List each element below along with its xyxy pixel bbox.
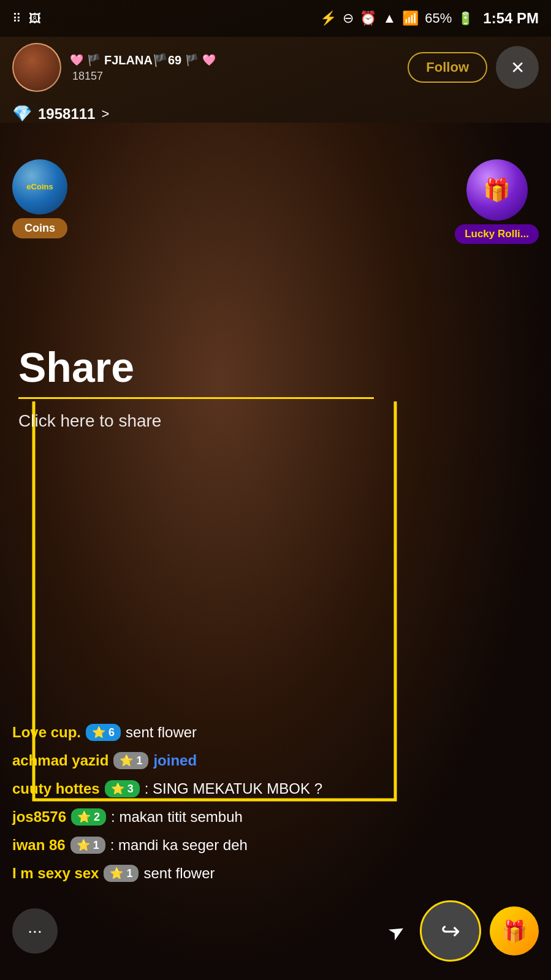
status-left: ⠿ 🖼: [12, 11, 41, 26]
gift-button[interactable]: 🎁: [490, 906, 539, 955]
coins-ball-text: eCoins: [26, 182, 53, 192]
chat-badge-2: ⭐ 1: [113, 752, 148, 769]
share-subtitle[interactable]: Click here to share: [18, 411, 533, 431]
lucky-rolling-widget[interactable]: 🎁 Lucky Rolli...: [455, 159, 539, 244]
avatar-image: [13, 44, 60, 91]
gift-decoration-icon: 🎁: [483, 177, 511, 203]
chat-bubble-icon: ···: [28, 921, 42, 941]
share-divider: [18, 397, 374, 399]
diamond-row[interactable]: 💎 1958111 >: [12, 104, 109, 123]
chat-text-3: : SING MEKATUK MBOK ?: [145, 780, 322, 797]
chat-username-6: I m sexy sex: [12, 865, 99, 882]
share-overlay: Share Click here to share: [0, 343, 551, 431]
chat-joined-2: joined: [153, 752, 197, 769]
chat-badge-4: ⭐ 2: [71, 808, 106, 826]
lucky-label: Lucky Rolli...: [455, 224, 539, 244]
chat-username-5: iwan 86: [12, 837, 66, 854]
share-icon: ↩: [441, 917, 460, 944]
share-title: Share: [18, 343, 533, 391]
minus-icon: ⊖: [343, 10, 354, 26]
status-right: ⚡ ⊖ ⏰ ▲ 📶 65% 🔋 1:54 PM: [320, 10, 539, 27]
chat-badge-3: ⭐ 3: [105, 780, 140, 797]
flag-right-icon: 🏴: [185, 53, 199, 67]
battery-icon: 🔋: [458, 11, 473, 26]
username-text: FJLANA🏴69: [104, 53, 181, 67]
lucky-ball: 🎁: [466, 159, 528, 221]
chat-username-4: jos8576: [12, 808, 66, 826]
chat-message-2: achmad yazid ⭐ 1 joined: [12, 752, 539, 769]
chat-badge-1: ⭐ 6: [86, 724, 121, 741]
bluetooth-icon: ⚡: [320, 10, 336, 26]
chat-text-6: sent flower: [143, 865, 215, 882]
status-bar: ⠿ 🖼 ⚡ ⊖ ⏰ ▲ 📶 65% 🔋 1:54 PM: [0, 0, 551, 37]
heart-right-icon: 🩷: [202, 53, 216, 67]
close-icon: ✕: [511, 58, 525, 78]
coins-ball: eCoins: [12, 159, 67, 215]
follower-count: 18157: [72, 70, 399, 83]
username-row: 🩷 🏴 FJLANA🏴69 🏴 🩷: [70, 53, 399, 67]
chat-message-6: I m sexy sex ⭐ 1 sent flower: [12, 865, 539, 882]
top-bar: 🩷 🏴 FJLANA🏴69 🏴 🩷 18157 Follow ✕: [0, 37, 551, 98]
wifi-icon: ▲: [382, 10, 396, 26]
chat-username-3: cuuty hottes: [12, 780, 100, 797]
bottom-bar: ··· ➤ ↩ 🎁: [0, 894, 551, 980]
chat-badge-5: ⭐ 1: [70, 837, 105, 854]
alarm-icon: ⏰: [360, 10, 376, 26]
send-icon: ➤: [384, 917, 409, 945]
dots-icon: ⠿: [12, 11, 21, 26]
send-button[interactable]: ➤: [382, 913, 411, 949]
avatar[interactable]: [12, 43, 61, 92]
close-button[interactable]: ✕: [496, 46, 539, 89]
diamond-count: 1958111: [38, 105, 95, 123]
chat-message-4: jos8576 ⭐ 2 : makan titit sembuh: [12, 808, 539, 826]
chat-message-1: Love cup. ⭐ 6 sent flower: [12, 724, 539, 741]
chat-message-5: iwan 86 ⭐ 1 : mandi ka seger deh: [12, 837, 539, 854]
signal-icon: 📶: [402, 10, 419, 26]
chat-username-1: Love cup.: [12, 724, 81, 741]
time-display: 1:54 PM: [483, 10, 539, 27]
chat-bubble-button[interactable]: ···: [12, 908, 58, 954]
chat-username-2: achmad yazid: [12, 752, 108, 769]
chat-badge-6: ⭐ 1: [104, 865, 139, 882]
diamond-icon: 💎: [12, 104, 32, 123]
chat-message-3: cuuty hottes ⭐ 3 : SING MEKATUK MBOK ?: [12, 780, 539, 797]
chat-text-4: : makan titit sembuh: [111, 808, 243, 826]
coins-label: Coins: [12, 218, 67, 238]
chevron-right-icon: >: [101, 106, 109, 122]
image-icon: 🖼: [29, 12, 41, 26]
battery-text: 65%: [425, 10, 452, 26]
heart-left-icon: 🩷: [70, 53, 83, 67]
gift-icon: 🎁: [501, 919, 527, 943]
chat-text-1: sent flower: [126, 724, 197, 741]
chat-area: Love cup. ⭐ 6 sent flower achmad yazid ⭐…: [0, 724, 551, 882]
coins-widget[interactable]: eCoins Coins: [12, 159, 67, 238]
chat-text-5: : mandi ka seger deh: [110, 837, 248, 854]
user-info: 🩷 🏴 FJLANA🏴69 🏴 🩷 18157: [70, 53, 399, 83]
flag-icon: 🏴: [87, 53, 101, 67]
follow-button[interactable]: Follow: [408, 52, 487, 83]
share-button[interactable]: ↩: [420, 900, 481, 962]
bottom-right-controls: ➤ ↩ 🎁: [382, 900, 539, 962]
